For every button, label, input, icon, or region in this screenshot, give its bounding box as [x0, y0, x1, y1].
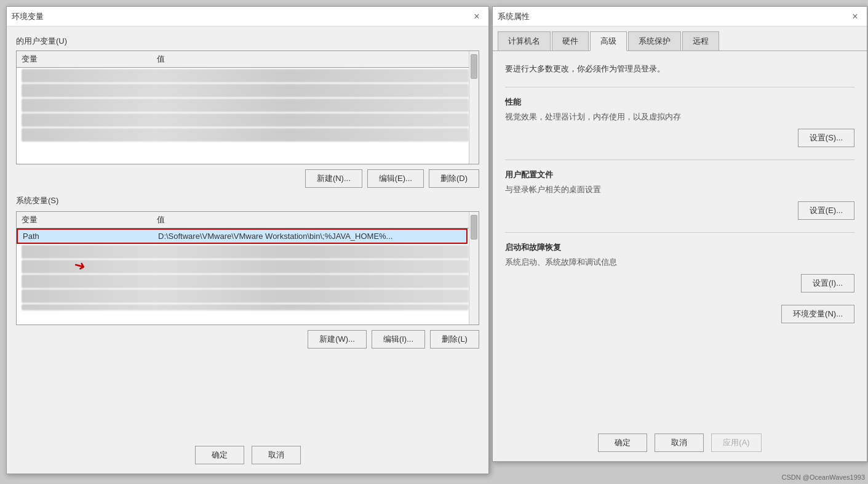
path-val-cell: D:\Software\VMware\VMware Workstation\bi…	[158, 232, 461, 241]
env-vars-btn-row: 环境变量(N)...	[505, 305, 854, 323]
startup-recovery-desc: 系统启动、系统故障和调试信息	[505, 257, 854, 268]
col-val-header: 值	[157, 54, 474, 65]
env-dialog-content: 的用户变量(U) 变量 值 新建(N)... 编辑(E)... 删除(D)	[7, 26, 488, 358]
sys-props-close-button[interactable]: ×	[848, 10, 862, 23]
performance-settings-button[interactable]: 设置(S)...	[798, 129, 854, 147]
sys-var-row-5[interactable]	[22, 289, 469, 303]
startup-recovery-title: 启动和故障恢复	[505, 242, 854, 253]
tab-computer-name[interactable]: 计算机名	[498, 31, 551, 50]
sys-props-titlebar: 系统属性 ×	[493, 7, 867, 26]
path-row[interactable]: Path D:\Software\VMware\VMware Workstati…	[17, 228, 468, 244]
user-vars-body	[17, 68, 479, 160]
sys-var-row-2[interactable]	[22, 245, 469, 259]
user-profile-desc: 与登录帐户相关的桌面设置	[505, 184, 854, 195]
admin-notice: 要进行大多数更改，你必须作为管理员登录。	[505, 63, 854, 75]
sys-var-row-6[interactable]	[22, 304, 469, 310]
user-vars-table: 变量 值	[16, 50, 479, 164]
sys-var-row-3[interactable]	[22, 260, 469, 273]
sys-props-ok-button[interactable]: 确定	[598, 434, 647, 452]
sys-col-val-header: 值	[157, 214, 474, 225]
separator-3	[505, 232, 854, 233]
performance-section: 性能 视觉效果，处理器计划，内存使用，以及虚拟内存 设置(S)...	[505, 97, 854, 147]
user-var-row-1[interactable]	[22, 69, 469, 83]
performance-desc: 视觉效果，处理器计划，内存使用，以及虚拟内存	[505, 111, 854, 123]
env-dialog-title: 环境变量	[12, 11, 44, 22]
user-profile-btn-row: 设置(E)...	[505, 201, 854, 220]
tab-hardware[interactable]: 硬件	[552, 31, 589, 50]
env-dialog-close-button[interactable]: ×	[470, 10, 484, 23]
sys-vars-header: 变量 值	[17, 212, 479, 228]
user-profile-section: 用户配置文件 与登录帐户相关的桌面设置 设置(E)...	[505, 169, 854, 220]
startup-recovery-btn-row: 设置(I)...	[505, 274, 854, 292]
user-vars-buttons: 新建(N)... 编辑(E)... 删除(D)	[16, 169, 479, 188]
sys-props-cancel-button[interactable]: 取消	[655, 434, 704, 452]
sys-vars-table: 变量 值 Path D:\Software\VMware\VMware Work…	[16, 211, 479, 325]
path-var-cell: Path	[23, 232, 158, 241]
sys-props-footer: 确定 取消 应用(A)	[493, 434, 867, 452]
sys-vars-buttons: 新建(W)... 编辑(I)... 删除(L)	[16, 330, 479, 349]
separator-2	[505, 159, 854, 160]
env-dialog-titlebar: 环境变量 ×	[7, 7, 488, 26]
sys-props-title: 系统属性	[498, 11, 530, 22]
user-var-row-3[interactable]	[22, 99, 469, 112]
tab-advanced[interactable]: 高级	[590, 31, 627, 51]
sys-new-button[interactable]: 新建(W)...	[308, 330, 367, 349]
user-var-row-4[interactable]	[22, 113, 469, 127]
env-cancel-button[interactable]: 取消	[252, 446, 301, 464]
env-ok-button[interactable]: 确定	[195, 446, 244, 464]
watermark: CSDN @OceanWaves1993	[782, 474, 865, 481]
env-variables-dialog: 环境变量 × 的用户变量(U) 变量 值 新建(N)... 编辑(E)...	[6, 6, 489, 474]
user-new-button[interactable]: 新建(N)...	[305, 169, 362, 188]
startup-recovery-section: 启动和故障恢复 系统启动、系统故障和调试信息 设置(I)...	[505, 242, 854, 292]
sys-delete-button[interactable]: 删除(L)	[430, 330, 479, 349]
sys-props-tabs: 计算机名 硬件 高级 系统保护 远程	[493, 26, 867, 51]
startup-recovery-settings-button[interactable]: 设置(I)...	[801, 274, 854, 292]
user-var-row-5[interactable]	[22, 128, 469, 142]
performance-title: 性能	[505, 97, 854, 108]
sys-col-var-header: 变量	[22, 214, 157, 225]
sys-props-apply-button[interactable]: 应用(A)	[711, 434, 761, 452]
user-var-row-2[interactable]	[22, 84, 469, 97]
environment-variables-button[interactable]: 环境变量(N)...	[781, 305, 854, 323]
user-vars-header: 变量 值	[17, 51, 479, 68]
user-profile-settings-button[interactable]: 设置(E)...	[798, 201, 854, 220]
sys-props-content: 要进行大多数更改，你必须作为管理员登录。 性能 视觉效果，处理器计划，内存使用，…	[493, 51, 867, 336]
sys-properties-dialog: 系统属性 × 计算机名 硬件 高级 系统保护 远程 要进行大多数更改，你必须作为…	[492, 6, 867, 462]
user-delete-button[interactable]: 删除(D)	[429, 169, 479, 188]
separator-1	[505, 87, 854, 87]
tab-remote[interactable]: 远程	[682, 31, 719, 50]
tab-system-protection[interactable]: 系统保护	[628, 31, 681, 50]
performance-btn-row: 设置(S)...	[505, 129, 854, 147]
section-divider: 系统变量(S)	[16, 195, 479, 206]
sys-vars-body: Path D:\Software\VMware\VMware Workstati…	[17, 228, 479, 310]
user-profile-title: 用户配置文件	[505, 169, 854, 180]
user-vars-label: 的用户变量(U)	[16, 36, 479, 47]
user-edit-button[interactable]: 编辑(E)...	[367, 169, 424, 188]
env-dialog-footer: 确定 取消	[7, 446, 488, 464]
sys-edit-button[interactable]: 编辑(I)...	[372, 330, 425, 349]
sys-var-row-4[interactable]	[22, 275, 469, 288]
col-var-header: 变量	[22, 54, 157, 65]
sys-vars-label: 系统变量(S)	[16, 195, 479, 206]
